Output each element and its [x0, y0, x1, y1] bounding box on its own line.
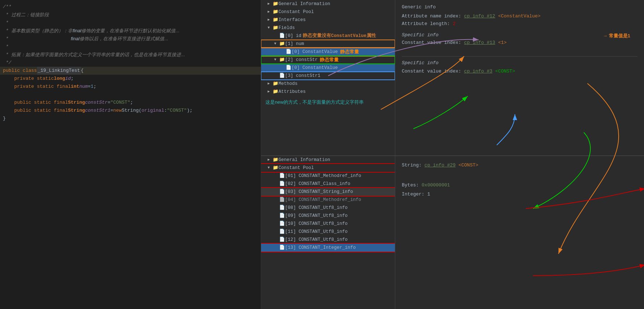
comment-chinese: final修饰以后，在准备环节直接进行显式赋值...	[71, 35, 168, 43]
code-line: */	[0, 59, 261, 67]
expand-arrow	[274, 188, 279, 195]
comment-text: *	[3, 43, 9, 51]
tree-label: General Information	[278, 156, 330, 164]
specific-info-label: Specific info	[402, 32, 438, 38]
tree-label: [0] id	[285, 32, 301, 40]
specific-info-section: → 常量值是1 Constant value index: cp_info #1…	[402, 40, 637, 45]
tree-item-methods[interactable]: ▶ 📁 Methods	[261, 80, 395, 88]
bottom-section: ▶ 📁 General Information ▼ 📁 Constant Poo…	[261, 156, 644, 309]
code-line: *	[0, 19, 261, 27]
keyword: int	[71, 83, 79, 91]
attr-name-row: Attribute name index: cp_info #12 <Const…	[402, 13, 637, 19]
tree-item-10[interactable]: 📄 [10] CONSTANT_Utf8_info	[261, 220, 395, 228]
tree-item-04[interactable]: 📄 [04] CONSTANT_Methodref_info	[261, 196, 395, 204]
file-icon: 📄	[279, 188, 285, 195]
file-icon: 📄	[279, 244, 285, 251]
keyword: private static final	[14, 83, 71, 91]
tree-label: [09] CONSTANT_Utf8_info	[285, 212, 348, 219]
const-val-link2[interactable]: cp_info #3	[464, 69, 492, 74]
brace: {	[81, 67, 84, 75]
code-content: /** * 过程二：链接阶段 * * 基本数据类型（静态的）：非final修饰的…	[0, 0, 261, 125]
expand-arrow	[274, 228, 279, 235]
tree-label: [02] CONSTANT_Class_info	[285, 180, 350, 188]
tree-item-field-conststr1[interactable]: 📄 [3] constStr1	[261, 72, 395, 80]
const-val-row2: Constant value index: cp_info #3 <CONST>	[402, 69, 637, 74]
generic-info-label: Generic info	[402, 4, 436, 10]
tree-item-attributes[interactable]: ▶ 📁 Attributes	[261, 88, 395, 96]
tree-label: [04] CONSTANT_Methodref_info	[285, 196, 361, 203]
expand-arrow	[274, 32, 279, 40]
const-val-label: Constant value index:	[402, 40, 461, 45]
tree-item-num-constantvalue[interactable]: 📄 [0] ConstantValue 静态常量	[261, 48, 395, 56]
tree-item-08[interactable]: 📄 [08] CONSTANT_Utf8_info	[261, 204, 395, 212]
top-right: ▶ 📁 General Information ▶ 📁 Constant Poo…	[261, 0, 644, 156]
tree-label: [0] ConstantValue	[292, 48, 338, 55]
specific-info-label2: Specific info	[402, 60, 438, 66]
tree-item-field-num[interactable]: ▼ 📁 [1] num	[261, 40, 395, 48]
string-value[interactable]: cp_info #29	[425, 162, 456, 168]
tree-item-general[interactable]: ▶ 📁 General Information	[261, 0, 395, 8]
keyword: new	[113, 107, 121, 115]
code-line: *	[0, 43, 261, 51]
integer-label: Integer:	[402, 191, 424, 197]
keyword: public static final	[14, 99, 68, 107]
expand-arrow	[274, 172, 279, 180]
tree-item-12[interactable]: 📄 [12] CONSTANT_Utf8_info	[261, 236, 395, 244]
tree-item-constant-pool[interactable]: ▶ 📁 Constant Pool	[261, 8, 395, 16]
tree-item-01[interactable]: 📄 [01] CONSTANT_Methodref_info	[261, 172, 395, 180]
code-line: * 拓展：如果使用字面量的方式定义一个字符串的常量的话，也是在准备环节直接进..…	[0, 51, 261, 59]
file-icon: 📄	[286, 48, 292, 55]
integer-row: Integer: 1	[402, 191, 637, 197]
specific-info-title: Specific info	[402, 32, 637, 38]
string-label: String:	[402, 162, 422, 168]
tree-item-11[interactable]: 📄 [11] CONSTANT_Utf8_info	[261, 228, 395, 236]
attr-length-label: Attribute length:	[402, 21, 450, 26]
tree-item-interfaces[interactable]: ▶ 📁 Interfaces	[261, 16, 395, 24]
attr-name-label: Attribute name index:	[402, 13, 461, 19]
expand-arrow	[274, 72, 279, 79]
code-text: ;	[71, 75, 74, 83]
folder-icon: 📁	[273, 164, 278, 172]
file-icon: 📄	[279, 228, 285, 235]
file-icon: 📄	[279, 72, 285, 79]
const-val-row: Constant value index: cp_info #13 <1>	[402, 40, 637, 45]
bottom-tree-panel[interactable]: ▶ 📁 General Information ▼ 📁 Constant Poo…	[261, 156, 395, 309]
code-line: public static final String constStr1 = n…	[0, 107, 261, 115]
tree-item-gen-info[interactable]: ▶ 📁 General Information	[261, 156, 395, 164]
tree-item-field-conststr[interactable]: ▼ 📁 [2] constStr 静态常量	[261, 56, 395, 64]
code-line: private static final int num = 1 ;	[0, 83, 261, 91]
tree-item-03[interactable]: 📄 [03] CONSTANT_String_info	[261, 188, 395, 196]
tree-label: General Information	[278, 0, 330, 8]
code-line: private static long id ;	[0, 75, 261, 83]
tree-label: [2] constStr	[285, 56, 318, 63]
annotation-static-const2: 静态常量	[320, 56, 339, 63]
folder-icon: 📁	[273, 16, 278, 24]
tree-item-02[interactable]: 📄 [02] CONSTANT_Class_info	[261, 180, 395, 188]
tree-item-13[interactable]: 📄 [13] CONSTANT_Integer_info	[261, 244, 395, 252]
expand-arrow	[274, 196, 279, 203]
folder-icon: 📁	[279, 56, 285, 63]
keyword: String	[68, 107, 85, 115]
tree-label: [12] CONSTANT_Utf8_info	[285, 236, 348, 243]
file-icon: 📄	[279, 180, 285, 188]
keyword: private static	[14, 75, 54, 83]
folder-icon: 📁	[273, 88, 278, 95]
expand-arrow: ▶	[268, 156, 273, 164]
string-info-row: String: cp_info #29 <CONST>	[402, 162, 637, 168]
tree-label: [13] CONSTANT_Integer_info	[285, 244, 356, 251]
expand-arrow: ▶	[268, 16, 273, 24]
comment-text: *	[3, 27, 11, 35]
var-name: num	[79, 83, 88, 91]
attr-name-value[interactable]: cp_info #12	[464, 13, 495, 19]
code-line: * 过程二：链接阶段	[0, 11, 261, 19]
tree-item-conststr-constantvalue[interactable]: 📄 [0] ConstantValue	[261, 64, 395, 72]
tree-item-field-id[interactable]: 📄 [0] id 静态变量没有ConstantValue属性	[261, 32, 395, 40]
const-val-link[interactable]: cp_info #13	[464, 40, 495, 45]
tree-item-fields[interactable]: ▼ 📁 Fields	[261, 24, 395, 32]
tree-item-09[interactable]: 📄 [09] CONSTANT_Utf8_info	[261, 212, 395, 220]
file-icon: 📄	[279, 212, 285, 219]
code-line: * final修饰以后，在准备环节直接进行显式赋值...	[0, 35, 261, 43]
top-tree-panel[interactable]: ▶ 📁 General Information ▶ 📁 Constant Poo…	[261, 0, 395, 156]
var-name: constStr	[85, 99, 107, 107]
tree-item-const-pool[interactable]: ▼ 📁 Constant Pool	[261, 164, 395, 172]
